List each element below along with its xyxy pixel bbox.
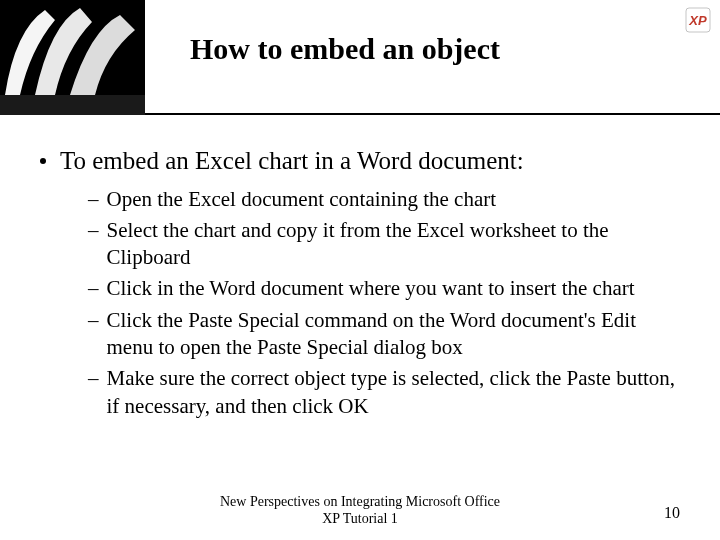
sub-bullet-text: Make sure the correct object type is sel… xyxy=(107,365,681,420)
sub-bullet-item: – Open the Excel document containing the… xyxy=(88,186,680,213)
dash-icon: – xyxy=(88,186,99,213)
xp-badge-icon: XP xyxy=(684,6,712,34)
dash-icon: – xyxy=(88,307,99,334)
sub-bullet-item: – Make sure the correct object type is s… xyxy=(88,365,680,420)
sub-bullet-list: – Open the Excel document containing the… xyxy=(88,186,680,420)
bullet-item: To embed an Excel chart in a Word docume… xyxy=(40,145,680,178)
slide-footer: New Perspectives on Integrating Microsof… xyxy=(0,494,720,528)
dash-icon: – xyxy=(88,217,99,244)
svg-text:XP: XP xyxy=(688,13,707,28)
sub-bullet-text: Click in the Word document where you wan… xyxy=(107,275,635,302)
svg-rect-1 xyxy=(0,95,145,115)
sub-bullet-text: Select the chart and copy it from the Ex… xyxy=(107,217,681,272)
sub-bullet-item: – Select the chart and copy it from the … xyxy=(88,217,680,272)
footer-text: New Perspectives on Integrating Microsof… xyxy=(210,494,510,528)
sub-bullet-text: Click the Paste Special command on the W… xyxy=(107,307,681,362)
page-number: 10 xyxy=(664,504,680,522)
slide-title: How to embed an object xyxy=(190,32,500,66)
dash-icon: – xyxy=(88,275,99,302)
sub-bullet-item: – Click in the Word document where you w… xyxy=(88,275,680,302)
bullet-icon xyxy=(40,158,46,164)
bullet-text: To embed an Excel chart in a Word docume… xyxy=(60,145,524,178)
sub-bullet-text: Open the Excel document containing the c… xyxy=(107,186,497,213)
corner-image xyxy=(0,0,145,115)
dash-icon: – xyxy=(88,365,99,392)
slide-content: To embed an Excel chart in a Word docume… xyxy=(0,115,720,420)
slide-header: How to embed an object XP xyxy=(0,0,720,115)
sub-bullet-item: – Click the Paste Special command on the… xyxy=(88,307,680,362)
